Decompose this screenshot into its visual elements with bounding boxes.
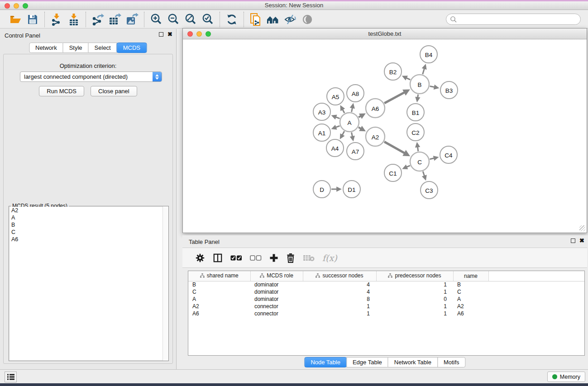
delete-table-button[interactable] xyxy=(303,254,315,262)
import-network-button[interactable] xyxy=(48,12,65,27)
tab-select[interactable]: Select xyxy=(88,43,117,53)
column-header-name[interactable]: name xyxy=(453,271,488,281)
graph-edge-C-C3[interactable] xyxy=(423,172,424,176)
float-panel-icon[interactable] xyxy=(159,32,163,37)
show-column-button[interactable] xyxy=(213,253,223,263)
zoom-out-button[interactable] xyxy=(165,12,182,27)
refresh-button[interactable] xyxy=(223,12,240,27)
eye-icon xyxy=(301,14,313,25)
tab-network-table[interactable]: Network Table xyxy=(388,357,438,367)
search-input[interactable] xyxy=(457,15,580,24)
show-details-button[interactable] xyxy=(299,12,316,27)
table-row[interactable]: A2connector11A2 xyxy=(188,303,584,310)
network-window-titlebar[interactable]: testGlobe.txt xyxy=(183,29,587,39)
table-row[interactable]: Adominator80A xyxy=(188,295,584,303)
window-title: Session: New Session xyxy=(0,1,588,10)
optimization-criterion-select[interactable]: largest connected component (directed) xyxy=(20,71,162,82)
delete-columns-button[interactable] xyxy=(286,253,295,263)
network-canvas[interactable]: B4B2BB3A8A5A6A3B1AC2A1A2A4A7C4CC1DD1C3 xyxy=(184,40,586,232)
mcds-result-list[interactable]: A2ABCA6 xyxy=(10,207,168,360)
mcds-result-scrollbar[interactable] xyxy=(163,206,168,361)
tab-mcds[interactable]: MCDS xyxy=(117,43,147,53)
graph-edge-A2-C[interactable] xyxy=(384,142,405,153)
graph-edge-A-A3[interactable] xyxy=(336,117,340,119)
memory-button[interactable]: Memory xyxy=(547,372,585,382)
mcds-result-item[interactable]: A2 xyxy=(10,207,168,214)
clone-network-view-button[interactable] xyxy=(247,12,264,27)
plus-icon xyxy=(269,253,278,262)
column-header-predecessor-nodes[interactable]: predecessor nodes xyxy=(376,271,453,281)
close-table-panel-icon[interactable]: ✖ xyxy=(579,238,584,243)
columns-icon xyxy=(213,253,223,263)
table-row[interactable]: Bdominator41B xyxy=(188,281,584,288)
table-row[interactable]: A6connector11A6 xyxy=(188,310,584,317)
graph-arrowhead xyxy=(336,186,342,191)
tab-network[interactable]: Network xyxy=(29,43,63,53)
graph-edge-A-A7[interactable] xyxy=(352,133,353,137)
create-column-button[interactable] xyxy=(269,253,278,262)
memory-status-icon xyxy=(552,374,557,379)
mcds-result-item[interactable]: A6 xyxy=(10,236,168,243)
table-row[interactable]: Cdominator41C xyxy=(188,288,584,295)
zoom-in-button[interactable] xyxy=(148,12,165,27)
network-minimize-button[interactable] xyxy=(196,31,202,37)
save-session-button[interactable] xyxy=(24,12,41,27)
close-window-button[interactable] xyxy=(5,3,10,9)
tab-motifs[interactable]: Motifs xyxy=(437,357,466,367)
graph-edge-C-C2[interactable] xyxy=(417,147,418,151)
network-zoom-button[interactable] xyxy=(206,31,211,37)
minimize-window-button[interactable] xyxy=(14,3,19,9)
export-table-icon xyxy=(109,13,121,26)
node-table: shared name MCDS role successor nodes pr… xyxy=(188,271,585,356)
graph-edge-B-B2[interactable] xyxy=(406,78,411,80)
mcds-result-item[interactable]: C xyxy=(10,229,168,236)
open-session-button[interactable] xyxy=(7,12,24,27)
graph-edge-C-C1[interactable] xyxy=(406,166,410,167)
export-image-button[interactable] xyxy=(124,12,141,27)
zoom-fit-button[interactable] xyxy=(182,12,199,27)
column-header-mcds-role[interactable]: MCDS role xyxy=(250,271,303,281)
float-table-panel-icon[interactable] xyxy=(571,238,575,243)
tab-style[interactable]: Style xyxy=(63,43,89,53)
network-close-button[interactable] xyxy=(187,31,193,37)
mcds-result-item[interactable]: A xyxy=(10,214,168,221)
show-task-history-button[interactable] xyxy=(5,372,17,382)
export-table-button[interactable] xyxy=(106,12,124,27)
export-network-button[interactable] xyxy=(89,12,106,27)
close-panel-button[interactable]: Close panel xyxy=(91,86,137,96)
graph-node-label: A4 xyxy=(331,145,339,152)
graph-edge-A-A5[interactable] xyxy=(343,110,344,113)
zoom-window-button[interactable] xyxy=(23,3,28,9)
mcds-result-item[interactable]: B xyxy=(10,221,168,229)
hide-details-button[interactable] xyxy=(282,12,299,27)
graph-edge-C-C4[interactable] xyxy=(430,158,434,159)
select-all-columns-button[interactable] xyxy=(230,255,242,261)
graph-edge-A-A8[interactable] xyxy=(352,108,353,112)
graph-edge-A-A1[interactable] xyxy=(336,126,340,127)
desktop-bottom-strip xyxy=(0,383,588,386)
graph-edge-B-B4[interactable] xyxy=(423,68,425,74)
column-header-shared-name[interactable]: shared name xyxy=(188,271,250,281)
close-panel-icon[interactable]: ✖ xyxy=(167,32,172,37)
table-settings-button[interactable] xyxy=(195,253,205,263)
tab-edge-table[interactable]: Edge Table xyxy=(346,357,388,367)
graph-edge-A6-B[interactable] xyxy=(384,92,404,103)
unselect-all-columns-button[interactable] xyxy=(250,255,262,261)
zoom-selected-icon xyxy=(201,13,214,26)
graph-edge-B-B1[interactable] xyxy=(418,95,418,98)
tab-node-table[interactable]: Node Table xyxy=(304,357,347,367)
run-mcds-button[interactable]: Run MCDS xyxy=(39,86,84,96)
search-field[interactable] xyxy=(446,14,581,25)
graph-edge-A-A4[interactable] xyxy=(342,131,344,135)
home-button[interactable] xyxy=(264,12,282,27)
graph-node-label: C xyxy=(417,159,422,166)
graph-node-label: C3 xyxy=(425,187,433,194)
column-header-successor-nodes[interactable]: successor nodes xyxy=(303,271,376,281)
function-builder-button[interactable]: f(x) xyxy=(322,253,337,263)
control-panel-tabs: Network Style Select MCDS xyxy=(29,43,147,53)
zoom-selected-button[interactable] xyxy=(199,12,216,27)
graph-edge-B-B3[interactable] xyxy=(430,86,435,87)
import-table-button[interactable] xyxy=(65,12,82,27)
network-graph[interactable]: B4B2BB3A8A5A6A3B1AC2A1A2A4A7C4CC1DD1C3 xyxy=(184,40,587,232)
resize-grip[interactable] xyxy=(579,225,585,231)
